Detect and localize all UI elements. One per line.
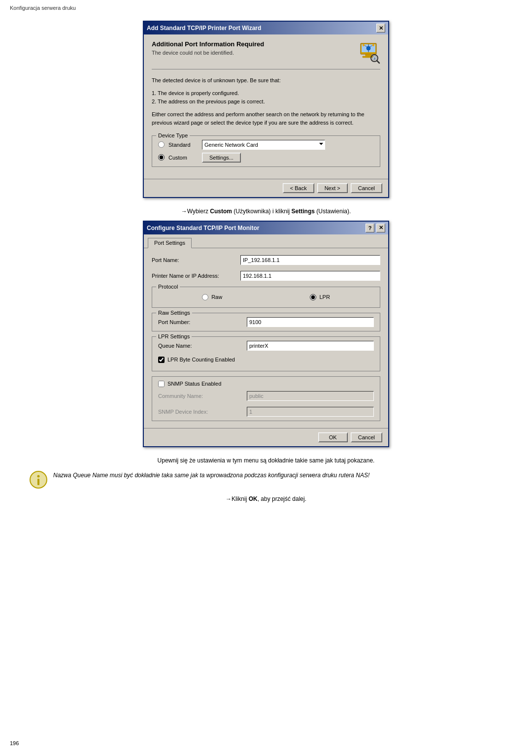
lpr-byte-counting-checkbox[interactable] xyxy=(158,357,165,363)
wizard-dialog: Add Standard TCP/IP Printer Port Wizard … xyxy=(143,21,389,198)
instruction1-bold1: Custom xyxy=(210,208,232,215)
snmp-status-checkbox[interactable] xyxy=(158,381,165,387)
device-type-legend: Device Type xyxy=(156,132,190,138)
tab-port-settings[interactable]: Port Settings xyxy=(148,238,192,248)
svg-rect-17 xyxy=(37,479,39,485)
standard-label: Standard xyxy=(168,142,198,148)
tab-strip: Port Settings xyxy=(144,234,388,248)
final-after: , aby przejść dalej. xyxy=(258,495,306,502)
wizard-icon: ? xyxy=(357,40,380,64)
port-name-input[interactable] xyxy=(240,255,380,265)
wizard-header-title: Additional Port Information Required xyxy=(152,40,352,48)
wizard-header-subtitle: The device could not be identified. xyxy=(152,50,352,56)
instruction1-middle: (Użytkownika) i kliknij xyxy=(232,208,292,215)
byte-counting-row: LPR Byte Counting Enabled xyxy=(158,357,374,363)
lpr-settings-group: LPR Settings Queue Name: LPR Byte Counti… xyxy=(152,336,380,371)
instruction1-after: (Ustawienia). xyxy=(315,208,351,215)
port-dialog-title: Configure Standard TCP/IP Port Monitor xyxy=(147,225,366,231)
help-button[interactable]: ? xyxy=(366,224,374,232)
port-titlebar-icons: ? ✕ xyxy=(366,224,385,232)
community-name-row: Community Name: xyxy=(158,391,374,401)
port-dialog-body: Port Name: Printer Name or IP Address: P… xyxy=(144,248,388,428)
titlebar-icons: ✕ xyxy=(376,24,385,33)
custom-row: Custom Settings... xyxy=(158,153,374,163)
svg-line-13 xyxy=(377,61,379,63)
protocol-row: Raw LPR xyxy=(158,292,374,302)
settings-button[interactable]: Settings... xyxy=(202,153,241,163)
cancel-button[interactable]: Cancel xyxy=(351,183,382,193)
content-line-3: Either correct the address and perform a… xyxy=(152,110,380,128)
printer-network-icon: ? xyxy=(357,40,380,64)
svg-point-7 xyxy=(363,44,365,46)
snmp-status-row: SNMP Status Enabled xyxy=(158,381,374,387)
device-type-group: Device Type Standard Generic Network Car… xyxy=(152,135,380,167)
port-cancel-button[interactable]: Cancel xyxy=(351,432,382,442)
wizard-title: Add Standard TCP/IP Printer Port Wizard xyxy=(147,25,376,32)
port-name-row: Port Name: xyxy=(152,255,380,265)
snmp-section: SNMP Status Enabled Community Name: SNMP… xyxy=(152,376,380,421)
queue-name-row: Queue Name: xyxy=(158,341,374,351)
port-number-input[interactable] xyxy=(247,317,374,327)
port-name-label: Port Name: xyxy=(152,257,240,263)
ok-button[interactable]: OK xyxy=(318,432,348,442)
port-dialog-footer: OK Cancel xyxy=(144,428,388,446)
port-close-button[interactable]: ✕ xyxy=(376,224,385,232)
standard-row: Standard Generic Network Card xyxy=(158,140,374,150)
lpr-option: LPR xyxy=(310,294,330,300)
printer-ip-input[interactable] xyxy=(240,271,380,281)
content-line-2: 1. The device is properly configured.2. … xyxy=(152,89,380,106)
queue-name-label: Queue Name: xyxy=(158,343,247,349)
raw-radio[interactable] xyxy=(202,294,208,300)
raw-label: Raw xyxy=(211,294,222,300)
community-name-input[interactable] xyxy=(247,391,374,401)
close-button[interactable]: ✕ xyxy=(376,24,385,33)
printer-ip-row: Printer Name or IP Address: xyxy=(152,271,380,281)
wizard-body: Additional Port Information Required The… xyxy=(144,34,388,179)
standard-radio[interactable] xyxy=(158,141,165,148)
note-italic-text: Nazwa Queue Name musi być dokładnie taka… xyxy=(53,471,369,480)
wizard-header-section: Additional Port Information Required The… xyxy=(152,40,380,69)
port-number-row: Port Number: xyxy=(158,317,374,327)
custom-radio[interactable] xyxy=(158,154,165,161)
page-number: 196 xyxy=(10,740,19,746)
port-number-label: Port Number: xyxy=(158,319,247,325)
svg-point-16 xyxy=(37,475,40,477)
content-line-1: The detected device is of unknown type. … xyxy=(152,76,380,85)
info-icon xyxy=(30,471,47,489)
queue-name-input[interactable] xyxy=(247,341,374,351)
lpr-byte-counting-label: LPR Byte Counting Enabled xyxy=(167,357,235,362)
lpr-label: LPR xyxy=(319,294,330,300)
final-before: →Kliknij xyxy=(226,495,249,502)
page-label: Konfiguracja serwera druku xyxy=(10,5,522,11)
wizard-header-text: Additional Port Information Required The… xyxy=(152,40,352,56)
lpr-radio[interactable] xyxy=(310,294,316,300)
note-section: Nazwa Queue Name musi być dokładnie taka… xyxy=(10,471,522,489)
final-instruction: →Kliknij OK, aby przejść dalej. xyxy=(10,495,522,502)
instruction1: →Wybierz Custom (Użytkownika) i kliknij … xyxy=(10,208,522,215)
lpr-settings-legend: LPR Settings xyxy=(156,333,192,339)
printer-ip-label: Printer Name or IP Address: xyxy=(152,273,240,279)
port-dialog: Configure Standard TCP/IP Port Monitor ?… xyxy=(143,221,389,447)
wizard-footer: < Back Next > Cancel xyxy=(144,179,388,197)
back-button[interactable]: < Back xyxy=(283,183,314,193)
port-titlebar: Configure Standard TCP/IP Port Monitor ?… xyxy=(144,222,388,234)
final-bold: OK xyxy=(249,495,258,502)
raw-option: Raw xyxy=(202,294,222,300)
snmp-device-index-label: SNMP Device Index: xyxy=(158,409,247,415)
standard-select[interactable]: Generic Network Card xyxy=(202,140,325,150)
snmp-status-label: SNMP Status Enabled xyxy=(167,381,221,387)
snmp-device-index-input[interactable] xyxy=(247,407,374,417)
custom-label: Custom xyxy=(168,155,198,161)
raw-settings-group: Raw Settings Port Number: xyxy=(152,313,380,331)
wizard-titlebar: Add Standard TCP/IP Printer Port Wizard … xyxy=(144,22,388,34)
wizard-content: The detected device is of unknown type. … xyxy=(152,76,380,128)
instruction1-bold2: Settings xyxy=(292,208,315,215)
svg-rect-2 xyxy=(366,54,371,56)
svg-text:?: ? xyxy=(373,57,375,61)
note-body: Upewnij się że ustawienia w tym menu są … xyxy=(10,457,522,464)
community-name-label: Community Name: xyxy=(158,393,247,399)
snmp-device-index-row: SNMP Device Index: xyxy=(158,407,374,417)
protocol-legend: Protocol xyxy=(156,284,180,290)
next-button[interactable]: Next > xyxy=(317,183,348,193)
svg-point-8 xyxy=(372,44,374,46)
